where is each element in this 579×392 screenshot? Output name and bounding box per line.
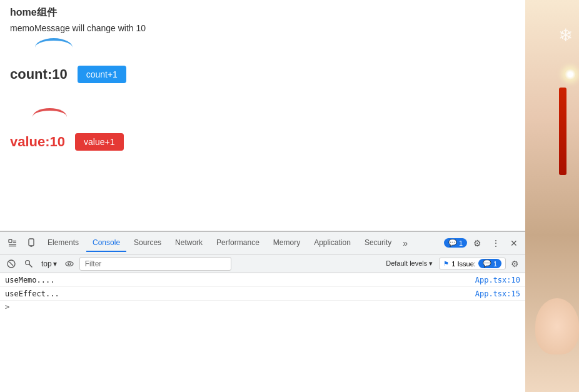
tab-console[interactable]: Console [86,234,126,252]
default-levels-btn[interactable]: Default levels ▾ [382,258,436,269]
console-row-2: useEffect... App.tsx:15 [0,287,525,301]
console-content: useMemo.... App.tsx:10 useEffect... App.… [0,273,525,392]
console-text-1: useMemo.... [5,276,54,284]
value-label: value:10 [10,134,65,150]
console-text-2: useEffect... [5,289,59,298]
issue-badge: ⚑ 1 Issue: 💬 1 [439,258,506,269]
devtools-panel: Elements Console Sources Network Perform… [0,231,525,392]
chat-icon: 💬 [448,239,457,247]
svg-point-12 [68,263,71,265]
svg-line-10 [29,264,33,267]
devtools-topbar: Elements Console Sources Network Perform… [0,232,525,254]
chevron-down-icon: ▾ [53,259,57,268]
issue-icon: ⚑ [443,260,449,267]
count-row: count:10 count+1 [10,66,515,83]
issue-count-badge: 💬 1 [478,259,501,268]
blue-arc-decoration [35,38,73,57]
console-file-2[interactable]: App.tsx:15 [475,289,520,298]
issue-text: 1 Issue: [451,260,476,268]
more-tabs-btn[interactable]: » [399,236,411,251]
red-stick-decoration [559,88,566,175]
inspect-element-btn[interactable] [4,236,21,251]
red-arc-decoration [33,108,67,126]
filter-input[interactable] [83,258,228,269]
tab-performance[interactable]: Performance [210,234,266,252]
memo-message: memoMessage will change with 10 [10,23,515,33]
tab-memory[interactable]: Memory [267,234,306,252]
console-row-1: useMemo.... App.tsx:10 [0,273,525,287]
close-devtools-btn[interactable]: ✕ [506,236,521,251]
console-file-1[interactable]: App.tsx:10 [475,276,520,284]
settings-btn[interactable]: ⚙ [470,236,485,251]
character-decoration [535,298,579,354]
svg-rect-0 [9,239,12,243]
devtools-topbar-right: 💬 1 ⚙ ⋮ ✕ [444,236,521,251]
count-btn[interactable]: count+1 [78,66,126,83]
tab-elements[interactable]: Elements [41,234,85,252]
tab-security[interactable]: Security [358,234,398,252]
devtools-toolbar: top ▾ Default levels ▾ ⚑ 1 Issue: 💬 1 [0,254,525,273]
count-label: count:10 [10,66,68,83]
context-value: top [41,259,52,268]
page-title: home组件 [10,6,515,19]
tab-application[interactable]: Application [308,234,357,252]
badge-count: 1 [459,239,463,247]
prompt-symbol: > [5,303,9,311]
filter-toggle-btn[interactable] [21,258,36,269]
context-selector[interactable]: top ▾ [39,258,59,269]
right-decoration-panel: ❄ [525,0,579,392]
issue-num: 1 [493,260,497,268]
console-prompt: > [0,301,525,313]
glow-circle [565,69,576,80]
value-btn[interactable]: value+1 [75,133,123,151]
more-options-btn[interactable]: ⋮ [488,236,504,251]
issue-chat-icon: 💬 [483,259,491,268]
snowflake-icon: ❄ [558,25,573,46]
tab-sources[interactable]: Sources [128,234,168,252]
device-toggle-btn[interactable] [23,236,40,251]
filter-area [79,257,231,271]
eye-btn[interactable] [62,258,77,269]
page-content: home组件 memoMessage will change with 10 c… [0,0,525,231]
svg-rect-5 [29,239,34,246]
svg-line-8 [9,262,13,266]
console-settings-btn[interactable]: ⚙ [508,258,521,270]
clear-console-btn[interactable] [4,258,19,269]
tab-network[interactable]: Network [169,234,209,252]
notification-badge: 💬 1 [444,238,467,248]
value-row: value:10 value+1 [10,133,515,151]
